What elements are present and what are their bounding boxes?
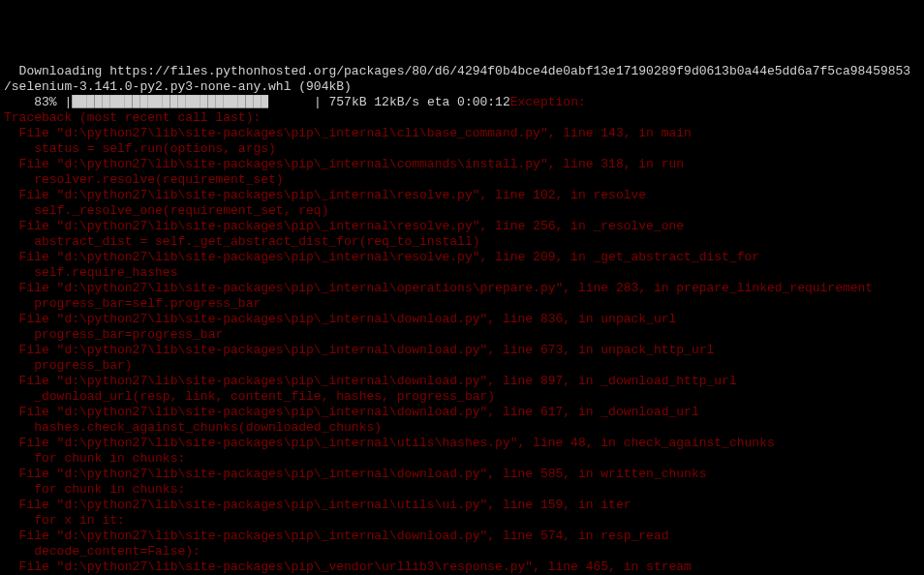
frame-code: hashes.check_against_chunks(downloaded_c… [4, 420, 382, 435]
traceback-frame-code-12: for x in it: [4, 513, 920, 529]
download-line-2: /selenium-3.141.0-py2.py3-none-any.whl (… [4, 79, 920, 95]
traceback-frame-file-14: File "d:\python27\lib\site-packages\pip\… [4, 560, 920, 575]
traceback-frame-file-7: File "d:\python27\lib\site-packages\pip\… [4, 343, 920, 358]
exception-label: Exception: [510, 95, 586, 109]
traceback-frame-code-6: progress_bar=progress_bar [4, 327, 920, 343]
traceback-header: Traceback (most recent call last): [4, 110, 920, 126]
progress-percent: 83% [4, 95, 64, 109]
frame-file: File "d:\python27\lib\site-packages\pip\… [4, 560, 692, 574]
frame-file: File "d:\python27\lib\site-packages\pip\… [4, 529, 669, 543]
frame-file: File "d:\python27\lib\site-packages\pip\… [4, 436, 775, 450]
frame-file: File "d:\python27\lib\site-packages\pip\… [4, 250, 759, 264]
download-line-1: Downloading https://files.pythonhosted.o… [4, 64, 920, 79]
frame-code: _download_url(resp, link, content_file, … [4, 389, 495, 404]
frame-code: self._resolve_one(requirement_set, req) [4, 203, 328, 218]
traceback-frame-file-1: File "d:\python27\lib\site-packages\pip\… [4, 157, 920, 172]
frame-file: File "d:\python27\lib\site-packages\pip\… [4, 374, 737, 388]
traceback-frame-code-5: progress_bar=self.progress_bar [4, 296, 920, 312]
traceback-frame-code-0: status = self.run(options, args) [4, 141, 920, 157]
frame-code: decode_content=False): [4, 544, 200, 559]
traceback-frame-code-8: _download_url(resp, link, content_file, … [4, 389, 920, 405]
traceback-frame-code-3: abstract_dist = self._get_abstract_dist_… [4, 234, 920, 250]
progress-line: 83% |██████████████████████████ | 757kB … [4, 95, 920, 110]
frame-file: File "d:\python27\lib\site-packages\pip\… [4, 467, 707, 481]
frame-code: for chunk in chunks: [4, 482, 185, 497]
traceback-frame-code-9: hashes.check_against_chunks(downloaded_c… [4, 420, 920, 436]
progress-empty [268, 95, 314, 109]
frame-file: File "d:\python27\lib\site-packages\pip\… [4, 343, 714, 357]
traceback-frame-file-13: File "d:\python27\lib\site-packages\pip\… [4, 529, 920, 544]
progress-filled: |██████████████████████████ [64, 95, 268, 109]
traceback-frame-code-7: progress_bar) [4, 358, 920, 374]
traceback-frame-file-0: File "d:\python27\lib\site-packages\pip\… [4, 126, 920, 141]
traceback-frame-file-11: File "d:\python27\lib\site-packages\pip\… [4, 467, 920, 482]
frame-file: File "d:\python27\lib\site-packages\pip\… [4, 157, 684, 171]
traceback-frame-file-4: File "d:\python27\lib\site-packages\pip\… [4, 250, 920, 265]
traceback-frame-code-1: resolver.resolve(requirement_set) [4, 172, 920, 188]
traceback-frame-file-3: File "d:\python27\lib\site-packages\pip\… [4, 219, 920, 234]
frame-code: status = self.run(options, args) [4, 141, 276, 156]
frame-file: File "d:\python27\lib\site-packages\pip\… [4, 498, 631, 512]
frame-file: File "d:\python27\lib\site-packages\pip\… [4, 405, 699, 419]
frame-file: File "d:\python27\lib\site-packages\pip\… [4, 281, 873, 295]
frame-file: File "d:\python27\lib\site-packages\pip\… [4, 219, 684, 233]
progress-stats: | 757kB 12kB/s eta 0:00:12 [314, 95, 510, 109]
frame-file: File "d:\python27\lib\site-packages\pip\… [4, 188, 646, 202]
traceback-frame-file-12: File "d:\python27\lib\site-packages\pip\… [4, 498, 920, 513]
frame-code: resolver.resolve(requirement_set) [4, 172, 284, 187]
frame-code: abstract_dist = self._get_abstract_dist_… [4, 234, 479, 249]
terminal-output: Downloading https://files.pythonhosted.o… [4, 64, 920, 575]
frame-file: File "d:\python27\lib\site-packages\pip\… [4, 312, 676, 326]
frame-code: progress_bar=self.progress_bar [4, 296, 261, 311]
traceback-frame-file-9: File "d:\python27\lib\site-packages\pip\… [4, 405, 920, 420]
frame-file: File "d:\python27\lib\site-packages\pip\… [4, 126, 692, 140]
traceback-frame-code-4: self.require_hashes [4, 265, 920, 281]
traceback-frame-code-2: self._resolve_one(requirement_set, req) [4, 203, 920, 219]
traceback-frame-file-10: File "d:\python27\lib\site-packages\pip\… [4, 436, 920, 451]
frame-code: for x in it: [4, 513, 125, 528]
download-url: Downloading https://files.pythonhosted.o… [4, 64, 910, 78]
traceback-frame-code-10: for chunk in chunks: [4, 451, 920, 467]
frame-code: self.require_hashes [4, 265, 177, 280]
traceback-frame-code-13: decode_content=False): [4, 544, 920, 560]
traceback-frame-file-6: File "d:\python27\lib\site-packages\pip\… [4, 312, 920, 327]
traceback-frame-file-5: File "d:\python27\lib\site-packages\pip\… [4, 281, 920, 296]
traceback-frame-file-8: File "d:\python27\lib\site-packages\pip\… [4, 374, 920, 389]
frame-code: progress_bar=progress_bar [4, 327, 223, 342]
download-file: /selenium-3.141.0-py2.py3-none-any.whl (… [4, 79, 352, 94]
traceback-header-text: Traceback (most recent call last): [4, 110, 261, 125]
frame-code: for chunk in chunks: [4, 451, 185, 466]
traceback-frame-file-2: File "d:\python27\lib\site-packages\pip\… [4, 188, 920, 203]
frame-code: progress_bar) [4, 358, 133, 373]
traceback-frame-code-11: for chunk in chunks: [4, 482, 920, 498]
